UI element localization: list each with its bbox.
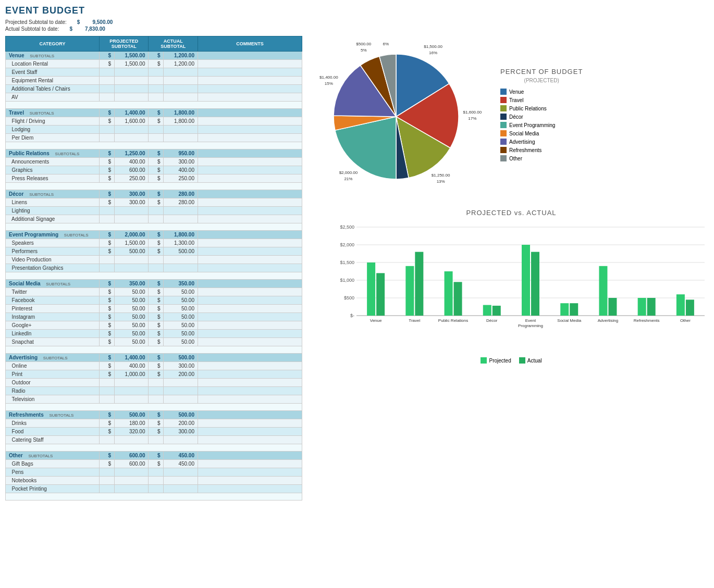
item-projected-dollar — [100, 126, 115, 134]
legend-item-event-programming: Event Programming — [500, 122, 583, 128]
spacer-row — [6, 272, 302, 280]
x-label-1: Travel — [409, 318, 420, 323]
bar-legend-actual: Actual — [519, 357, 542, 364]
item-projected-value: 600.00 — [114, 460, 149, 468]
x-label-0: Venue — [370, 318, 382, 323]
item-projected-value: 320.00 — [114, 428, 149, 436]
category-actual-value: 1,800.00 — [164, 109, 198, 117]
legend-color-box — [500, 155, 507, 161]
pie-label-6: $1,400.0015% — [319, 75, 338, 86]
category-name: Social Media SUBTOTALS — [6, 280, 100, 288]
item-actual-dollar: $ — [149, 296, 164, 305]
item-actual-value: 50.00 — [164, 330, 198, 338]
category-actual-dollar: $ — [149, 231, 164, 239]
table-row: Lodging — [6, 126, 302, 134]
category-projected-value: 1,400.00 — [114, 109, 149, 117]
table-row: Notebooks — [6, 477, 302, 485]
item-actual-dollar — [149, 85, 164, 93]
pie-chart-section: $1,500.0016%$1,600.0017%$1,250.0013%$2,0… — [307, 36, 714, 193]
category-projected-value: 500.00 — [114, 411, 149, 419]
x-label-3: Décor — [486, 318, 498, 323]
item-actual-value: 300.00 — [164, 428, 198, 436]
item-name: Speakers — [6, 239, 100, 247]
item-projected-value: 180.00 — [114, 419, 149, 428]
item-actual-value: 1,300.00 — [164, 239, 198, 247]
item-actual-value: 280.00 — [164, 198, 198, 207]
header-actual: ACTUAL SUBTOTAL — [149, 36, 198, 52]
item-projected-value: 500.00 — [114, 247, 149, 256]
item-actual-dollar — [149, 134, 164, 142]
item-actual-value — [164, 77, 198, 85]
y-label-0: $- — [350, 313, 354, 318]
projected-bar-Refreshments — [638, 298, 646, 316]
actual-bar-Advertising — [608, 298, 617, 316]
item-actual-value — [164, 485, 198, 493]
item-comments — [198, 296, 302, 305]
category-projected-value: 300.00 — [114, 190, 149, 198]
category-actual-dollar: $ — [149, 149, 164, 158]
table-row: Print $ 1,000.00 $ 200.00 — [6, 370, 302, 379]
item-actual-value — [164, 468, 198, 477]
item-actual-value — [164, 436, 198, 444]
actual-value: 7,830.00 — [85, 26, 105, 32]
item-name: Notebooks — [6, 477, 100, 485]
category-actual-value: 1,800.00 — [164, 231, 198, 239]
category-actual-value: 500.00 — [164, 411, 198, 419]
table-row: LinkedIn $ 50.00 $ 50.00 — [6, 330, 302, 338]
category-comments — [198, 190, 302, 198]
item-name: Snapchat — [6, 338, 100, 346]
category-row: Venue SUBTOTALS $ 1,500.00 $ 1,200.00 — [6, 52, 302, 60]
pie-label-4: $2,000.0021% — [339, 170, 358, 181]
item-projected-dollar: $ — [100, 460, 115, 468]
pie-label-2: $1,250.0013% — [432, 173, 450, 184]
item-projected-dollar: $ — [100, 370, 115, 379]
item-actual-dollar: $ — [149, 370, 164, 379]
projected-bar-Social-Media — [560, 303, 569, 316]
table-row: Graphics $ 600.00 $ 400.00 — [6, 166, 302, 174]
header-projected: PROJECTED SUBTOTAL — [100, 36, 149, 52]
item-name: Performers — [6, 247, 100, 256]
item-comments — [198, 428, 302, 436]
category-comments — [198, 149, 302, 158]
item-comments — [198, 379, 302, 387]
item-name: Facebook — [6, 296, 100, 305]
header-category: CATEGORY — [6, 36, 100, 52]
table-row: Facebook $ 50.00 $ 50.00 — [6, 296, 302, 305]
item-actual-value: 50.00 — [164, 338, 198, 346]
actual-bar-Venue — [376, 273, 385, 316]
pie-subtitle: (PROJECTED) — [500, 78, 583, 83]
item-projected-dollar — [100, 85, 115, 93]
category-comments — [198, 411, 302, 419]
category-row: Travel SUBTOTALS $ 1,400.00 $ 1,800.00 — [6, 109, 302, 117]
item-projected-value — [114, 468, 149, 477]
legend-item-décor: Décor — [500, 114, 583, 120]
table-row: Location Rental $ 1,500.00 $ 1,200.00 — [6, 60, 302, 68]
actual-bar-Other — [686, 299, 694, 316]
projected-bar-Venue — [367, 262, 375, 316]
item-projected-value: 400.00 — [114, 158, 149, 166]
item-projected-dollar — [100, 379, 115, 387]
pie-label-1: $1,600.0017% — [463, 110, 482, 121]
item-comments — [198, 85, 302, 93]
category-actual-dollar: $ — [149, 452, 164, 460]
pie-chart-container: $1,500.0016%$1,600.0017%$1,250.0013%$2,0… — [313, 41, 490, 188]
item-projected-value: 1,600.00 — [114, 117, 149, 126]
category-actual-dollar: $ — [149, 52, 164, 60]
item-actual-value — [164, 207, 198, 215]
item-projected-value — [114, 256, 149, 264]
item-name: Pens — [6, 468, 100, 477]
item-name: Catering Staff — [6, 436, 100, 444]
item-name: LinkedIn — [6, 330, 100, 338]
item-projected-value — [114, 126, 149, 134]
item-actual-dollar — [149, 485, 164, 493]
item-comments — [198, 166, 302, 174]
item-actual-value: 50.00 — [164, 313, 198, 321]
item-actual-value: 200.00 — [164, 419, 198, 428]
projected-value: 9,500.00 — [92, 19, 113, 25]
item-projected-dollar — [100, 395, 115, 404]
table-row: Snapchat $ 50.00 $ 50.00 — [6, 338, 302, 346]
projected-dollar: $ — [77, 19, 80, 25]
item-projected-dollar — [100, 264, 115, 272]
legend-color-box — [500, 97, 507, 103]
summary-actual: Actual Subtotal to date: $ 7,830.00 — [5, 26, 709, 32]
